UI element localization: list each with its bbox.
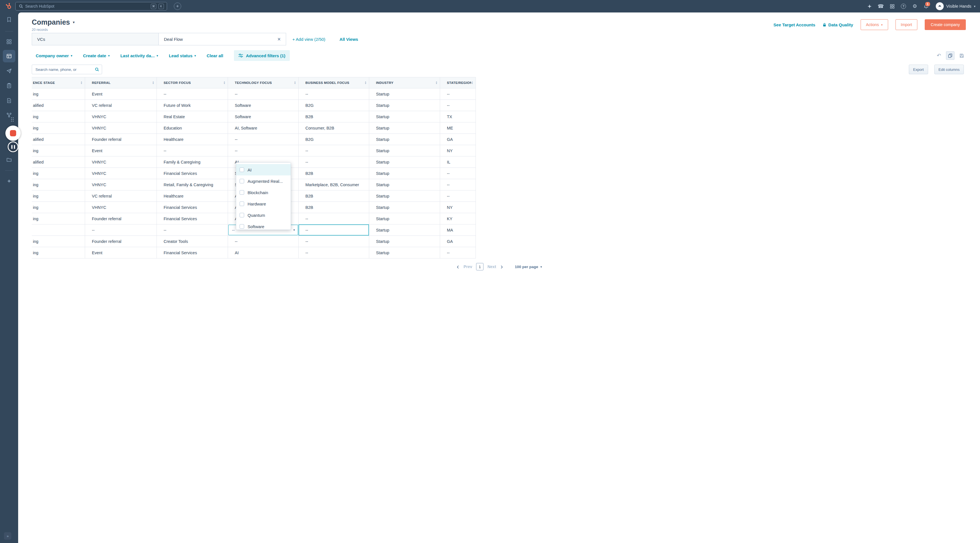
table-cell[interactable]: VHNYC <box>85 122 157 133</box>
table-cell[interactable]: Event <box>85 145 157 156</box>
table-cell[interactable]: Startup <box>369 224 440 235</box>
table-cell[interactable]: Real Estate <box>157 111 228 122</box>
table-cell[interactable]: -- <box>440 179 476 190</box>
table-cell[interactable]: Marketplace, B2B, Consumer <box>299 179 369 190</box>
table-cell[interactable]: Founder referral <box>85 134 157 145</box>
checkbox[interactable] <box>240 213 244 218</box>
table-cell[interactable]: ing <box>32 168 85 179</box>
table-cell[interactable]: Startup <box>369 202 440 213</box>
table-cell[interactable]: ME <box>440 122 476 133</box>
table-row[interactable]: ingFounder referralCreator Tools----Star… <box>32 236 476 247</box>
sidebar-item-tasks[interactable] <box>3 79 15 92</box>
filter-dropdown[interactable]: Last activity da...▾ <box>120 53 158 58</box>
table-row[interactable]: ingEvent------StartupNY <box>32 145 476 156</box>
table-row[interactable]: ingEvent------Startup-- <box>32 89 476 100</box>
table-cell[interactable]: Startup <box>369 100 440 111</box>
table-cell[interactable]: Startup <box>369 122 440 133</box>
filter-dropdown[interactable]: Company owner▾ <box>36 53 72 58</box>
table-cell[interactable]: Software <box>228 111 299 122</box>
checkbox[interactable] <box>240 190 244 195</box>
table-row[interactable]: ingVHNYCEducationAI, SoftwareConsumer, B… <box>32 122 476 134</box>
table-cell[interactable]: -- <box>157 89 228 100</box>
table-cell[interactable]: alified <box>32 134 85 145</box>
table-cell[interactable]: -- <box>157 224 228 235</box>
table-cell[interactable]: AI <box>228 247 299 258</box>
dropdown-option[interactable]: Blockchain <box>236 187 291 198</box>
table-row[interactable]: alifiedVC referralFuture of WorkSoftware… <box>32 100 476 111</box>
table-cell[interactable]: Startup <box>369 213 440 224</box>
sort-icon[interactable]: ▲▼ <box>223 81 226 84</box>
sidebar-item-crm[interactable] <box>3 50 15 62</box>
table-cell[interactable]: -- <box>299 213 369 224</box>
table-cell[interactable]: -- <box>299 247 369 258</box>
table-cell[interactable]: Startup <box>369 111 440 122</box>
table-cell[interactable]: Financial Services <box>157 247 228 258</box>
table-row[interactable]: ingEventFinancial ServicesAI--Startup-- <box>32 247 476 259</box>
table-cell[interactable]: Startup <box>369 156 440 167</box>
table-cell[interactable]: Founder referral <box>85 213 157 224</box>
table-cell[interactable]: ing <box>32 145 85 156</box>
table-cell[interactable]: GA <box>440 236 476 247</box>
table-cell[interactable]: B2B <box>299 168 369 179</box>
dropdown-option[interactable]: Hardware <box>236 198 291 210</box>
sort-icon[interactable]: ▲▼ <box>365 81 367 84</box>
sidebar-item-bookmarks[interactable] <box>3 13 15 26</box>
filter-dropdown[interactable]: Create date▾ <box>83 53 110 58</box>
table-cell[interactable]: NY <box>440 202 476 213</box>
table-cell[interactable]: TX <box>440 111 476 122</box>
table-cell[interactable]: alified <box>32 100 85 111</box>
dropdown-option[interactable]: AI <box>236 164 291 175</box>
table-cell[interactable]: B2B <box>299 191 369 202</box>
table-cell[interactable]: -- <box>228 134 299 145</box>
table-search[interactable] <box>32 65 102 74</box>
table-cell[interactable]: -- <box>440 168 476 179</box>
table-cell[interactable]: -- <box>228 236 299 247</box>
table-cell[interactable]: B2G <box>299 100 369 111</box>
table-cell[interactable]: VHNYC <box>85 156 157 167</box>
sort-icon[interactable]: ▲▼ <box>81 81 83 84</box>
table-cell[interactable]: -- <box>299 89 369 100</box>
sort-icon[interactable]: ▲▼ <box>471 81 473 84</box>
table-cell[interactable]: B2B <box>299 202 369 213</box>
table-cell[interactable]: -- <box>228 89 299 100</box>
prev-page-icon[interactable]: ‹ <box>456 263 460 270</box>
sort-icon[interactable]: ▲▼ <box>436 81 438 84</box>
table-cell[interactable]: Startup <box>369 191 440 202</box>
dropdown-option[interactable]: Software <box>236 221 291 230</box>
table-cell[interactable]: alified <box>32 156 85 167</box>
table-cell[interactable]: VC referral <box>85 100 157 111</box>
column-header[interactable]: BUSINESS MODEL FOCUS▲▼ <box>299 77 369 89</box>
table-cell[interactable]: B2B <box>299 111 369 122</box>
table-cell[interactable]: ing <box>32 111 85 122</box>
table-cell[interactable]: ing <box>32 247 85 258</box>
sort-icon[interactable]: ▲▼ <box>294 81 296 84</box>
table-cell[interactable]: Founder referral <box>85 236 157 247</box>
table-cell[interactable]: Startup <box>369 236 440 247</box>
table-cell[interactable]: VHNYC <box>85 111 157 122</box>
checkbox[interactable] <box>240 179 244 183</box>
column-header[interactable]: ENCE STAGE▲▼ <box>32 77 85 89</box>
table-cell[interactable]: B2G <box>299 134 369 145</box>
checkbox[interactable] <box>240 224 244 229</box>
dropdown-option[interactable]: Augmented Real... <box>236 175 291 187</box>
table-cell[interactable]: -- <box>157 145 228 156</box>
sidebar-item-ai[interactable] <box>3 175 15 187</box>
clear-all-filters-link[interactable]: Clear all <box>207 53 223 58</box>
table-cell[interactable]: Financial Services <box>157 213 228 224</box>
table-cell[interactable]: ing <box>32 191 85 202</box>
table-cell[interactable]: ing <box>32 213 85 224</box>
filter-dropdown[interactable]: Lead status▾ <box>169 53 196 58</box>
table-cell[interactable]: Financial Services <box>157 202 228 213</box>
quick-create-button[interactable]: + <box>174 3 181 10</box>
view-tab-vcs[interactable]: VCs <box>32 33 159 45</box>
table-search-input[interactable] <box>35 67 93 72</box>
advanced-filters-button[interactable]: Advanced filters (1) <box>234 50 290 61</box>
recorder-drag-handle[interactable] <box>11 117 14 122</box>
table-cell[interactable]: Startup <box>369 179 440 190</box>
table-cell[interactable]: ing <box>32 202 85 213</box>
table-cell[interactable]: AI, Software <box>228 122 299 133</box>
table-cell[interactable]: Future of Work <box>157 100 228 111</box>
sidebar-item-prospecting[interactable] <box>3 65 15 77</box>
column-header[interactable]: SECTOR FOCUS▲▼ <box>157 77 228 89</box>
object-type-caret-icon[interactable]: ▾ <box>73 20 75 24</box>
